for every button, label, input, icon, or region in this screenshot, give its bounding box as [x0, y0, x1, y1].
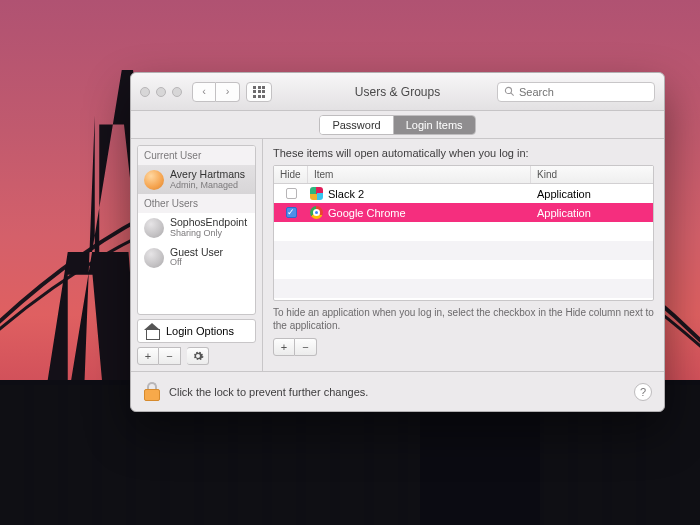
- table-row[interactable]: ✓ Google Chrome Application: [274, 203, 653, 222]
- sidebar-buttons: + −: [137, 347, 256, 365]
- help-button[interactable]: ?: [634, 383, 652, 401]
- tab-password[interactable]: Password: [320, 116, 392, 134]
- table-row: [274, 260, 653, 279]
- item-kind: Application: [531, 207, 653, 219]
- app-icon: [310, 187, 323, 200]
- svg-point-0: [505, 87, 511, 93]
- col-kind[interactable]: Kind: [531, 166, 653, 183]
- table-row: [274, 222, 653, 241]
- avatar: [144, 248, 164, 268]
- user-row-current[interactable]: Avery Hartmans Admin, Managed: [138, 165, 255, 194]
- gear-icon: [192, 350, 204, 362]
- add-item-button[interactable]: +: [273, 338, 295, 356]
- titlebar: ‹ › Users & Groups: [131, 73, 664, 111]
- show-all-button[interactable]: [246, 82, 272, 102]
- user-role: Admin, Managed: [170, 181, 245, 191]
- hide-checkbox[interactable]: [286, 188, 297, 199]
- forward-button[interactable]: ›: [216, 82, 240, 102]
- col-hide[interactable]: Hide: [274, 166, 308, 183]
- app-icon: [310, 206, 323, 219]
- back-button[interactable]: ‹: [192, 82, 216, 102]
- sidebar: Current User Avery Hartmans Admin, Manag…: [131, 139, 263, 371]
- house-icon: [144, 324, 160, 338]
- check-icon: ✓: [287, 208, 295, 217]
- tab-login-items[interactable]: Login Items: [393, 116, 475, 134]
- section-other-users: Other Users: [138, 194, 255, 213]
- table-row: [274, 279, 653, 298]
- footer: Click the lock to prevent further change…: [131, 371, 664, 411]
- user-row[interactable]: Guest User Off: [138, 243, 255, 272]
- login-options-button[interactable]: Login Options: [137, 319, 256, 343]
- lock-body-icon: [144, 389, 160, 401]
- chevron-right-icon: ›: [226, 86, 230, 97]
- search-icon: [504, 86, 515, 97]
- grid-icon: [253, 86, 265, 98]
- intro-text: These items will open automatically when…: [273, 147, 654, 159]
- close-window-button[interactable]: [140, 87, 150, 97]
- remove-item-button[interactable]: −: [295, 338, 317, 356]
- hide-checkbox[interactable]: ✓: [286, 207, 297, 218]
- item-name: Google Chrome: [328, 207, 406, 219]
- preferences-window: ‹ › Users & Groups Password Login Items …: [130, 72, 665, 412]
- lock-text: Click the lock to prevent further change…: [169, 386, 368, 398]
- chevron-left-icon: ‹: [202, 86, 206, 97]
- search-input[interactable]: [519, 86, 648, 98]
- user-list: Current User Avery Hartmans Admin, Manag…: [137, 145, 256, 315]
- login-items-table: Hide Item Kind Slack 2 Application ✓ Goo…: [273, 165, 654, 301]
- search-field[interactable]: [497, 82, 655, 102]
- item-buttons: + −: [273, 338, 654, 356]
- nav-buttons: ‹ ›: [192, 82, 240, 102]
- minimize-window-button[interactable]: [156, 87, 166, 97]
- user-row[interactable]: SophosEndpoint Sharing Only: [138, 213, 255, 242]
- user-name: Avery Hartmans: [170, 169, 245, 181]
- user-role: Off: [170, 258, 223, 268]
- zoom-window-button[interactable]: [172, 87, 182, 97]
- avatar: [144, 218, 164, 238]
- svg-line-1: [511, 93, 514, 96]
- hint-text: To hide an application when you log in, …: [273, 307, 654, 332]
- section-current-user: Current User: [138, 146, 255, 165]
- user-role: Sharing Only: [170, 229, 247, 239]
- main-panel: These items will open automatically when…: [263, 139, 664, 371]
- item-name: Slack 2: [328, 188, 364, 200]
- table-row: [274, 241, 653, 260]
- login-options-label: Login Options: [166, 325, 234, 337]
- item-kind: Application: [531, 188, 653, 200]
- tab-bar: Password Login Items: [131, 111, 664, 139]
- col-item[interactable]: Item: [308, 166, 531, 183]
- lock-button[interactable]: [143, 382, 161, 402]
- window-controls: [140, 87, 182, 97]
- user-actions-button[interactable]: [187, 347, 209, 365]
- table-row[interactable]: Slack 2 Application: [274, 184, 653, 203]
- avatar: [144, 170, 164, 190]
- remove-user-button[interactable]: −: [159, 347, 181, 365]
- add-user-button[interactable]: +: [137, 347, 159, 365]
- table-header: Hide Item Kind: [274, 166, 653, 184]
